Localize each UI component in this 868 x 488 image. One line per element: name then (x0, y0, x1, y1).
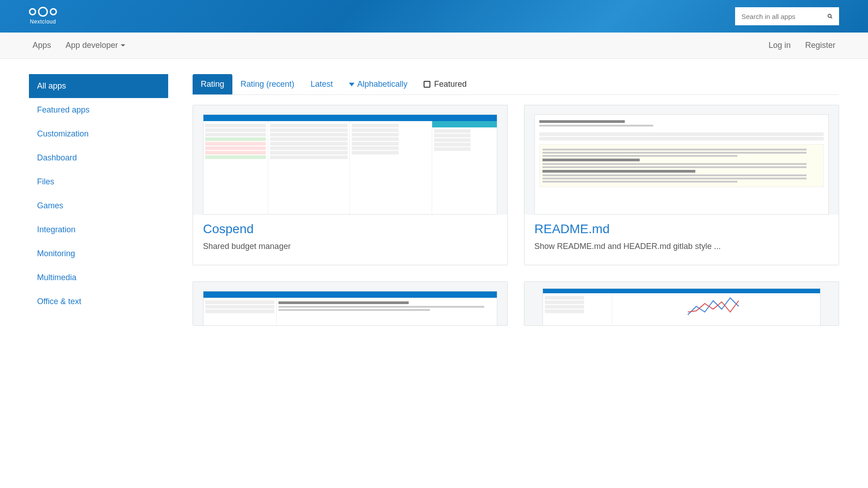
search-box[interactable] (735, 7, 839, 25)
app-description: Show README.md and HEADER.md gitlab styl… (534, 242, 829, 251)
caret-down-icon (349, 83, 354, 86)
featured-toggle-label: Featured (434, 80, 467, 89)
nav-apps[interactable]: Apps (33, 41, 51, 50)
sidebar-item-dashboard[interactable]: Dashboard (29, 146, 168, 170)
search-input[interactable] (741, 13, 827, 20)
tab-rating[interactable]: Rating (193, 74, 232, 94)
logo[interactable]: Nextcloud (29, 8, 57, 25)
app-card-body: README.md Show README.md and HEADER.md g… (524, 215, 839, 265)
app-description: Shared budget manager (203, 242, 497, 251)
nav-right: Log in Register (769, 41, 835, 50)
navbar: Apps App developer Log in Register (0, 33, 868, 59)
app-title: README.md (534, 222, 829, 236)
tab-alphabetically[interactable]: Alphabetically (341, 74, 415, 94)
app-screenshot (524, 282, 839, 326)
tab-latest[interactable]: Latest (302, 74, 341, 94)
app-card-body: Cospend Shared budget manager (193, 215, 507, 265)
logo-text: Nextcloud (30, 19, 56, 25)
svg-point-0 (828, 14, 831, 18)
checkbox-icon (424, 81, 430, 88)
tab-alphabetically-label: Alphabetically (357, 80, 407, 89)
nav-left: Apps App developer (33, 41, 125, 50)
caret-down-icon (121, 44, 125, 47)
sidebar-item-office-text[interactable]: Office & text (29, 290, 168, 314)
sidebar-item-multimedia[interactable]: Multimedia (29, 266, 168, 290)
app-screenshot (193, 282, 507, 326)
sidebar-item-customization[interactable]: Customization (29, 122, 168, 146)
app-card-partial-chart[interactable] (524, 282, 839, 326)
tab-rating-recent[interactable]: Rating (recent) (232, 74, 302, 94)
sidebar: All apps Featured apps Customization Das… (29, 74, 168, 326)
sort-tabs: Rating Rating (recent) Latest Alphabetic… (193, 74, 839, 95)
site-header: Nextcloud (0, 0, 868, 33)
app-grid: Cospend Shared budget manager (193, 105, 839, 326)
nav-app-developer[interactable]: App developer (66, 41, 125, 50)
content: Rating Rating (recent) Latest Alphabetic… (193, 74, 839, 326)
nav-register[interactable]: Register (805, 41, 835, 50)
app-screenshot (193, 105, 507, 215)
sidebar-item-games[interactable]: Games (29, 194, 168, 218)
nav-app-developer-label: App developer (66, 41, 118, 50)
main: All apps Featured apps Customization Das… (0, 59, 868, 326)
nextcloud-icon (29, 8, 57, 17)
sidebar-item-all-apps[interactable]: All apps (29, 74, 168, 98)
app-card-partial-forms[interactable] (193, 282, 508, 326)
search-icon[interactable] (827, 12, 833, 20)
sidebar-item-monitoring[interactable]: Monitoring (29, 242, 168, 266)
app-card-cospend[interactable]: Cospend Shared budget manager (193, 105, 508, 265)
app-screenshot (524, 105, 839, 215)
svg-line-1 (831, 17, 832, 19)
sidebar-item-integration[interactable]: Integration (29, 218, 168, 242)
nav-login[interactable]: Log in (769, 41, 791, 50)
app-card-readme[interactable]: README.md Show README.md and HEADER.md g… (524, 105, 839, 265)
sidebar-item-files[interactable]: Files (29, 170, 168, 194)
featured-toggle[interactable]: Featured (424, 80, 467, 89)
sidebar-item-featured-apps[interactable]: Featured apps (29, 98, 168, 122)
app-title: Cospend (203, 222, 497, 236)
